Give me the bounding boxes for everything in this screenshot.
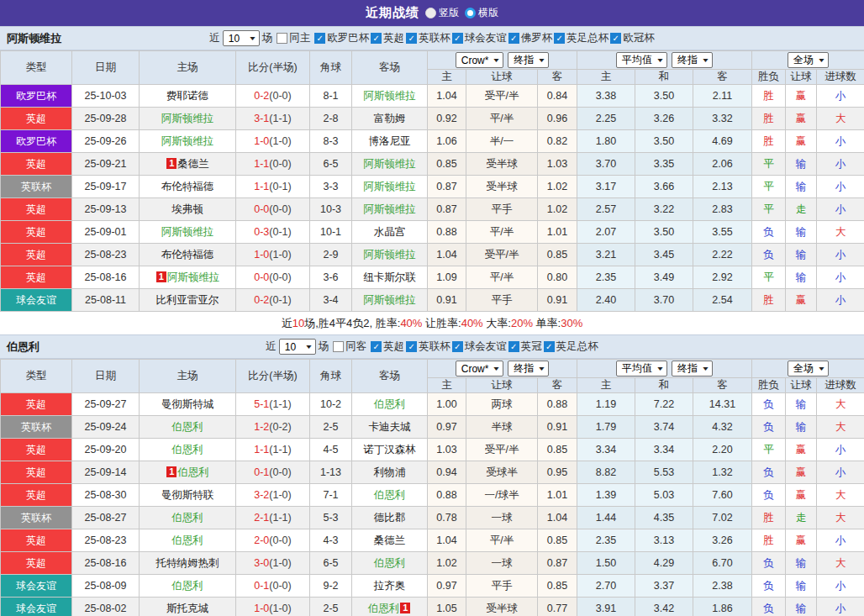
same-venue-filter[interactable]: 同主 bbox=[277, 31, 310, 45]
fulltime-score: 1-0 bbox=[254, 135, 269, 147]
odds-handicap: 受半球 bbox=[466, 176, 538, 198]
league-filter[interactable]: ✓英超 bbox=[371, 340, 404, 354]
chevron-down-icon: ▼ bbox=[304, 344, 313, 350]
league-filter[interactable]: ✓英超 bbox=[371, 31, 404, 45]
league-filter[interactable]: ✓英足总杯 bbox=[554, 31, 608, 45]
match-row: 英超25-09-13埃弗顿0-0(0-0)10-3阿斯顿维拉0.87平手1.02… bbox=[1, 198, 864, 221]
halftime-score: (0-0) bbox=[269, 534, 291, 546]
sub-header-odds-home: 主 bbox=[428, 378, 466, 393]
result-handicap: 输 bbox=[786, 221, 817, 244]
scope-select[interactable]: 全场▼ bbox=[788, 52, 829, 68]
radio-unselected-icon[interactable] bbox=[425, 8, 436, 18]
odds-stage-select[interactable]: 终指▼ bbox=[508, 52, 549, 68]
avg-away: 4.69 bbox=[693, 130, 752, 153]
result-outcome: 胜 bbox=[752, 507, 786, 529]
corner-count: 6-5 bbox=[310, 153, 352, 176]
halftime-score: (1-1) bbox=[269, 113, 291, 124]
odds-away: 1.01 bbox=[538, 484, 577, 507]
odds-handicap: 平手 bbox=[466, 575, 538, 598]
fulltime-score: 0-0 bbox=[254, 271, 269, 283]
odds-stage-select[interactable]: 终指▼ bbox=[508, 361, 549, 376]
league-checkbox[interactable]: ✓ bbox=[406, 341, 417, 352]
league-filter[interactable]: ✓球会友谊 bbox=[452, 31, 507, 45]
avg-away: 1.32 bbox=[693, 461, 752, 484]
league-filter[interactable]: ✓英冠 bbox=[508, 340, 542, 354]
away-team-cell: 阿斯顿维拉 bbox=[352, 244, 428, 266]
odds-home: 1.09 bbox=[428, 266, 466, 289]
match-date: 25-08-30 bbox=[72, 484, 140, 507]
scope-select[interactable]: 全场▼ bbox=[788, 361, 829, 376]
league-checkbox[interactable]: ✓ bbox=[452, 33, 463, 44]
league-filter[interactable]: ✓英联杯 bbox=[406, 31, 450, 45]
team-text: 斯托克城 bbox=[166, 603, 208, 614]
league-checkbox[interactable]: ✓ bbox=[314, 33, 325, 44]
league-checkbox[interactable]: ✓ bbox=[371, 341, 382, 352]
odds-source-select[interactable]: Crow*▼ bbox=[456, 52, 504, 68]
team-text: 伯恩利 bbox=[171, 421, 203, 433]
league-filter[interactable]: ✓英联杯 bbox=[406, 340, 450, 354]
league-checkbox[interactable]: ✓ bbox=[452, 341, 463, 352]
view-option-vertical[interactable]: 竖版 bbox=[425, 6, 459, 20]
match-date: 25-09-01 bbox=[72, 221, 140, 244]
league-checkbox[interactable]: ✓ bbox=[544, 341, 555, 352]
league-filter[interactable]: ✓欧冠杯 bbox=[610, 31, 655, 45]
score-cell: 5-1(1-1) bbox=[236, 393, 310, 416]
team-text: 富勒姆 bbox=[374, 113, 406, 124]
avg-home: 2.57 bbox=[577, 198, 635, 221]
halftime-score: (0-0) bbox=[269, 271, 291, 283]
recent-count-select[interactable]: 10 ▼ bbox=[223, 30, 260, 46]
odds-away: 0.91 bbox=[538, 289, 577, 312]
league-filter[interactable]: ✓佛罗杯 bbox=[508, 31, 553, 45]
avg-stage-select[interactable]: 终指▼ bbox=[672, 361, 713, 376]
result-outcome: 胜 bbox=[752, 529, 786, 552]
league-filter[interactable]: ✓球会友谊 bbox=[452, 340, 507, 354]
avg-draw: 3.37 bbox=[635, 575, 693, 598]
avg-draw: 3.26 bbox=[635, 108, 693, 130]
league-checkbox[interactable]: ✓ bbox=[610, 33, 621, 44]
same-venue-label: 同客 bbox=[345, 340, 366, 354]
match-date: 25-08-16 bbox=[72, 552, 140, 575]
odds-source-select[interactable]: Crow*▼ bbox=[456, 361, 504, 376]
league-checkbox[interactable]: ✓ bbox=[554, 33, 565, 44]
result-outcome: 负 bbox=[752, 393, 786, 416]
competition-badge: 英超 bbox=[1, 153, 72, 176]
league-filter[interactable]: ✓欧罗巴杯 bbox=[314, 31, 369, 45]
recent-count-select[interactable]: 10 ▼ bbox=[279, 339, 316, 355]
odds-home: 0.85 bbox=[428, 153, 466, 176]
avg-draw: 4.29 bbox=[635, 552, 693, 575]
avg-draw: 3.49 bbox=[635, 266, 693, 289]
chevron-down-icon: ▼ bbox=[493, 366, 501, 371]
result-outcome: 平 bbox=[752, 153, 786, 176]
team-text: 拉齐奥 bbox=[374, 580, 406, 592]
avg-select[interactable]: 平均值▼ bbox=[616, 361, 667, 376]
score-cell: 1-2(0-2) bbox=[236, 416, 310, 439]
away-team-cell: 诺丁汉森林 bbox=[352, 439, 428, 461]
league-checkbox[interactable]: ✓ bbox=[508, 341, 519, 352]
team-text: 曼彻斯特联 bbox=[161, 489, 214, 501]
avg-away: 6.70 bbox=[693, 552, 752, 575]
avg-select[interactable]: 平均值▼ bbox=[616, 52, 667, 68]
same-venue-filter[interactable]: 同客 bbox=[333, 340, 366, 354]
home-team-cell: 1桑德兰 bbox=[140, 153, 236, 176]
radio-selected-icon[interactable] bbox=[465, 8, 476, 18]
match-date: 25-09-26 bbox=[72, 130, 140, 153]
league-checkbox[interactable]: ✓ bbox=[406, 33, 417, 44]
competition-badge: 英超 bbox=[1, 108, 72, 130]
avg-home: 1.19 bbox=[577, 393, 635, 416]
score-cell: 1-1(0-0) bbox=[236, 153, 310, 176]
summary-segment: 30% bbox=[561, 317, 582, 329]
league-checkbox[interactable]: ✓ bbox=[371, 33, 382, 44]
competition-badge: 英超 bbox=[1, 529, 72, 552]
score-cell: 3-2(1-0) bbox=[236, 484, 310, 507]
score-cell: 1-0(1-0) bbox=[236, 244, 310, 266]
avg-draw: 3.22 bbox=[635, 198, 693, 221]
view-option-horizontal[interactable]: 横版 bbox=[465, 6, 498, 20]
result-outcome: 负 bbox=[752, 461, 786, 484]
same-venue-checkbox[interactable] bbox=[277, 33, 287, 44]
league-checkbox[interactable]: ✓ bbox=[508, 33, 519, 44]
same-venue-checkbox[interactable] bbox=[333, 341, 344, 352]
competition-badge: 英超 bbox=[1, 244, 72, 266]
league-filter[interactable]: ✓英足总杯 bbox=[544, 340, 598, 354]
avg-stage-select[interactable]: 终指▼ bbox=[672, 52, 713, 68]
away-team-cell: 伯恩利 bbox=[352, 552, 428, 575]
